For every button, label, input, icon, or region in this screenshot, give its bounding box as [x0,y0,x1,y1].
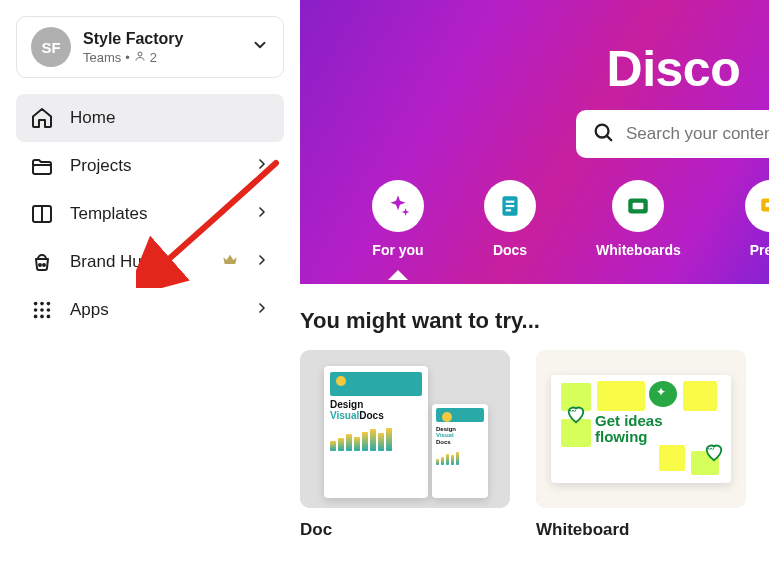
main-content: Disco For you Docs [300,0,769,561]
thumb-text: Docs [436,439,451,445]
svg-rect-1 [33,165,51,174]
svg-point-7 [40,302,44,306]
cards-row: DesignVisualDocs DesignVisualDocs Doc [300,350,769,540]
svg-rect-24 [765,203,769,207]
crown-icon [222,252,238,273]
doc-type-label: For you [372,242,423,258]
team-name: Style Factory [83,30,239,48]
svg-rect-18 [506,201,515,203]
members-icon [134,50,146,65]
team-switcher[interactable]: SF Style Factory Teams • 2 [16,16,284,78]
avatar: SF [31,27,71,67]
thumb-text: Design [436,426,456,432]
thumb-text: flowing [595,428,648,445]
svg-point-5 [43,264,45,266]
doc-types-row: For you Docs Whiteboards [372,180,769,258]
doc-type-foryou[interactable]: For you [372,180,424,258]
hero-title: Disco [550,40,769,98]
home-icon [30,106,54,130]
section-title: You might want to try... [300,308,769,334]
doc-type-label: Prese [750,242,769,258]
sidebar-item-label: Brand Hub [70,252,206,272]
team-info: Style Factory Teams • 2 [83,30,239,65]
team-meta: Teams • 2 [83,50,239,65]
sidebar-item-label: Templates [70,204,238,224]
search-bar[interactable] [576,110,769,158]
svg-rect-20 [506,209,511,211]
thumb-text: Visual [436,432,454,438]
sidebar: SF Style Factory Teams • 2 [0,0,300,561]
doc-type-label: Whiteboards [596,242,681,258]
doc-type-whiteboards[interactable]: Whiteboards [596,180,681,258]
doc-type-docs[interactable]: Docs [484,180,536,258]
svg-point-14 [47,315,51,319]
svg-point-4 [39,264,41,266]
sidebar-item-projects[interactable]: Projects [16,142,284,190]
sparkle-icon [372,180,424,232]
thumb-text: Get ideas [595,412,663,429]
chevron-right-icon [254,204,270,225]
svg-line-16 [607,136,611,140]
svg-point-6 [34,302,38,306]
doc-type-label: Docs [493,242,527,258]
chevron-down-icon [251,36,269,58]
card-label: Whiteboard [536,520,746,540]
sidebar-item-brand-hub[interactable]: Brand Hub [16,238,284,286]
apps-icon [30,298,54,322]
card-label: Doc [300,520,510,540]
svg-point-9 [34,308,38,312]
svg-point-0 [138,52,142,56]
whiteboard-icon [612,180,664,232]
svg-point-13 [40,315,44,319]
sidebar-nav: Home Projects Templates [16,94,284,334]
thumb-text: Visual [330,410,359,421]
card-thumb: DesignVisualDocs DesignVisualDocs [300,350,510,508]
try-section: You might want to try... DesignVisualDoc… [300,284,769,540]
presentation-icon [745,180,769,232]
team-sep: • [125,50,130,65]
card-whiteboard[interactable]: ᵕᵕ ᵕᵕ Get ideasflowing Whiteboard [536,350,746,540]
folder-icon [30,154,54,178]
sidebar-item-home[interactable]: Home [16,94,284,142]
svg-point-8 [47,302,51,306]
svg-point-12 [34,315,38,319]
svg-point-10 [40,308,44,312]
hero-banner: Disco For you Docs [300,0,769,284]
chevron-right-icon [254,252,270,273]
svg-point-11 [47,308,51,312]
thumb-text: Design [330,399,363,410]
search-input[interactable] [626,124,769,144]
docs-icon [484,180,536,232]
sidebar-item-label: Projects [70,156,238,176]
search-icon [592,121,614,147]
doc-type-presentations[interactable]: Prese [741,180,769,258]
team-members: 2 [150,50,157,65]
sidebar-item-label: Apps [70,300,238,320]
svg-rect-22 [633,203,644,210]
sidebar-item-templates[interactable]: Templates [16,190,284,238]
brandhub-icon [30,250,54,274]
thumb-text: Docs [359,410,383,421]
card-thumb: ᵕᵕ ᵕᵕ Get ideasflowing [536,350,746,508]
chevron-right-icon [254,156,270,177]
svg-rect-19 [506,205,515,207]
card-doc[interactable]: DesignVisualDocs DesignVisualDocs Doc [300,350,510,540]
templates-icon [30,202,54,226]
sidebar-item-label: Home [70,108,270,128]
chevron-right-icon [254,300,270,321]
team-plan: Teams [83,50,121,65]
sidebar-item-apps[interactable]: Apps [16,286,284,334]
